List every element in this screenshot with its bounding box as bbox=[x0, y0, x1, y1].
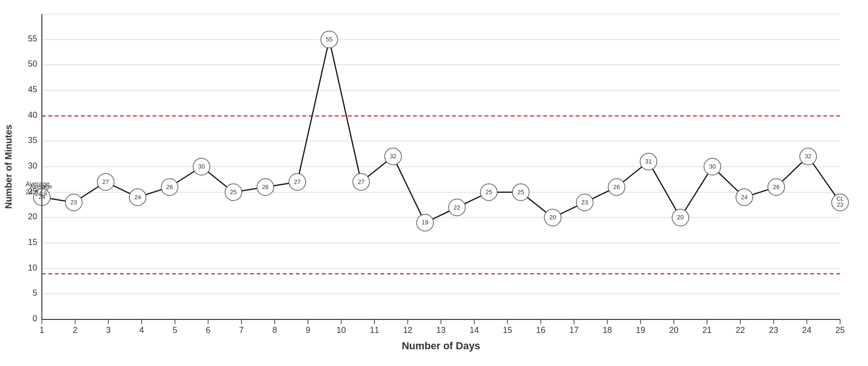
svg-text:22: 22 bbox=[735, 325, 745, 335]
svg-text:26: 26 bbox=[613, 183, 620, 190]
svg-text:19: 19 bbox=[636, 325, 645, 335]
svg-text:10: 10 bbox=[336, 325, 346, 335]
svg-text:20: 20 bbox=[677, 214, 684, 221]
y-label-30: 30 bbox=[28, 161, 37, 170]
svg-text:9: 9 bbox=[306, 325, 310, 335]
y-label-5: 5 bbox=[33, 288, 37, 298]
svg-text:19: 19 bbox=[421, 219, 428, 226]
svg-text:21: 21 bbox=[702, 325, 712, 335]
y-label-35: 35 bbox=[28, 136, 37, 145]
svg-text:25: 25 bbox=[486, 189, 492, 196]
svg-text:16: 16 bbox=[536, 325, 545, 335]
chart-container: 0 5 10 15 20 25 30 35 40 45 50 55 Number… bbox=[0, 0, 868, 366]
svg-text:24: 24 bbox=[802, 325, 811, 335]
svg-text:2: 2 bbox=[73, 325, 77, 335]
svg-text:26: 26 bbox=[773, 183, 779, 190]
y-label-0: 0 bbox=[33, 314, 37, 323]
svg-text:27: 27 bbox=[102, 178, 109, 185]
svg-text:5: 5 bbox=[173, 325, 177, 335]
svg-text:24: 24 bbox=[134, 194, 141, 201]
svg-text:24: 24 bbox=[741, 194, 748, 201]
svg-text:6: 6 bbox=[206, 325, 210, 335]
svg-text:4: 4 bbox=[139, 325, 144, 335]
average-value: 24.9 bbox=[26, 188, 38, 196]
svg-text:3: 3 bbox=[106, 325, 111, 335]
y-label-10: 10 bbox=[28, 263, 37, 272]
svg-text:CL: CL bbox=[836, 196, 844, 202]
svg-text:23: 23 bbox=[70, 199, 77, 206]
svg-text:8: 8 bbox=[272, 325, 277, 335]
svg-text:13: 13 bbox=[436, 325, 446, 335]
svg-text:25: 25 bbox=[517, 189, 524, 196]
y-label-55: 55 bbox=[28, 34, 37, 43]
svg-text:23: 23 bbox=[581, 199, 588, 206]
svg-text:22: 22 bbox=[454, 204, 460, 211]
y-label-15: 15 bbox=[28, 237, 37, 247]
svg-text:17: 17 bbox=[569, 325, 579, 335]
svg-text:12: 12 bbox=[403, 325, 412, 335]
y-label-50: 50 bbox=[28, 59, 37, 68]
y-label-40: 40 bbox=[28, 110, 37, 120]
svg-text:26: 26 bbox=[262, 183, 268, 190]
svg-text:27: 27 bbox=[294, 178, 300, 185]
svg-text:30: 30 bbox=[709, 163, 715, 170]
svg-text:32: 32 bbox=[805, 153, 811, 160]
svg-rect-0 bbox=[0, 0, 868, 366]
svg-text:25: 25 bbox=[230, 189, 237, 196]
average-label: Average bbox=[26, 180, 50, 188]
line-chart: 0 5 10 15 20 25 30 35 40 45 50 55 Number… bbox=[0, 0, 868, 366]
svg-text:31: 31 bbox=[645, 158, 652, 165]
y-label-20: 20 bbox=[28, 212, 37, 221]
svg-text:27: 27 bbox=[358, 178, 364, 185]
svg-text:15: 15 bbox=[503, 325, 512, 335]
svg-text:55: 55 bbox=[326, 36, 333, 43]
svg-text:20: 20 bbox=[669, 325, 678, 335]
svg-text:20: 20 bbox=[549, 214, 556, 221]
svg-text:30: 30 bbox=[198, 163, 205, 170]
svg-text:14: 14 bbox=[469, 325, 479, 335]
svg-text:7: 7 bbox=[239, 325, 244, 335]
y-label-45: 45 bbox=[28, 85, 37, 94]
svg-text:26: 26 bbox=[166, 183, 173, 190]
svg-text:11: 11 bbox=[370, 325, 379, 335]
svg-text:25: 25 bbox=[835, 325, 845, 335]
y-axis-title: Number of Minutes bbox=[3, 124, 13, 209]
svg-text:23: 23 bbox=[837, 202, 843, 208]
svg-text:23: 23 bbox=[769, 325, 778, 335]
x-axis-title: Number of Days bbox=[402, 340, 481, 352]
svg-text:32: 32 bbox=[390, 153, 396, 160]
svg-text:1: 1 bbox=[40, 325, 44, 335]
svg-text:18: 18 bbox=[602, 325, 612, 335]
